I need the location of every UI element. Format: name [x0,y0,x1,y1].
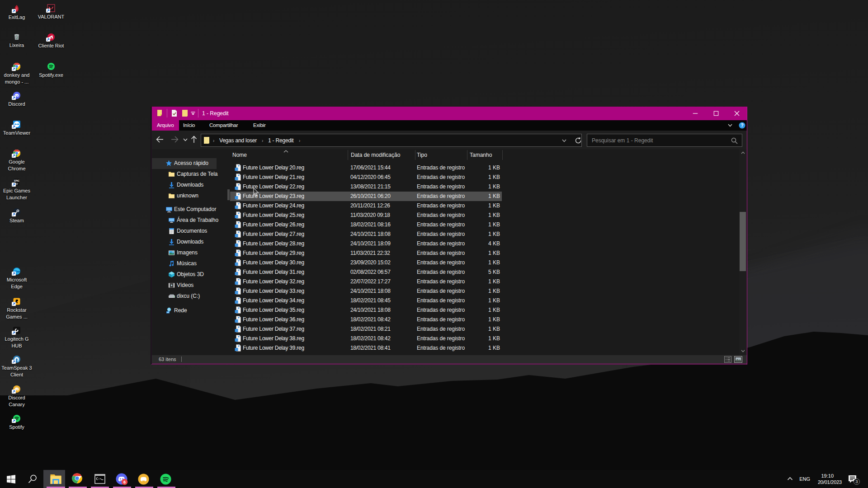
svg-text:?: ? [741,123,743,128]
svg-text:EPIC: EPIC [14,179,19,182]
svg-text:6: 6 [123,479,125,484]
svg-text:3: 3 [855,479,858,484]
